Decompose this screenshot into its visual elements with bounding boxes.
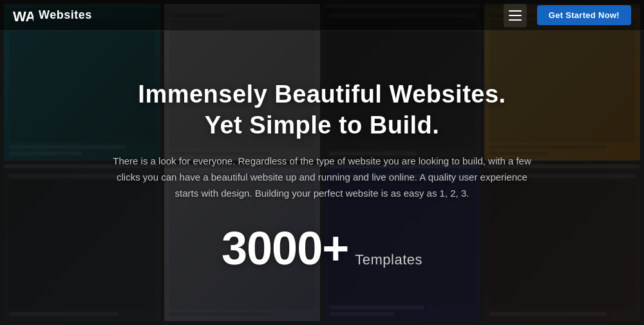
templates-count: 3000+ [222, 225, 348, 271]
templates-label: Templates [355, 251, 422, 268]
nav-right: Get Started Now! [504, 4, 631, 27]
svg-text:WA: WA [13, 8, 33, 24]
templates-row: 3000+ Templates [222, 225, 422, 271]
logo-area: WA Websites [13, 7, 92, 24]
hamburger-button[interactable] [504, 4, 527, 27]
get-started-button[interactable]: Get Started Now! [537, 5, 631, 25]
hamburger-line-1 [509, 10, 522, 12]
hero-title-line1: Immensely Beautiful Websites. [138, 81, 506, 108]
hero-subtitle: There is a look for everyone. Regardless… [109, 153, 535, 201]
hero-title: Immensely Beautiful Websites. Yet Simple… [138, 79, 506, 141]
wa-logo-icon: WA [13, 7, 33, 24]
logo-text: Websites [39, 8, 92, 22]
hamburger-line-3 [509, 19, 522, 21]
hero-content: Immensely Beautiful Websites. Yet Simple… [0, 0, 644, 325]
hero-title-line2: Yet Simple to Build. [205, 112, 440, 139]
navbar: WA Websites Get Started Now! [0, 0, 644, 31]
hamburger-line-2 [509, 15, 522, 16]
